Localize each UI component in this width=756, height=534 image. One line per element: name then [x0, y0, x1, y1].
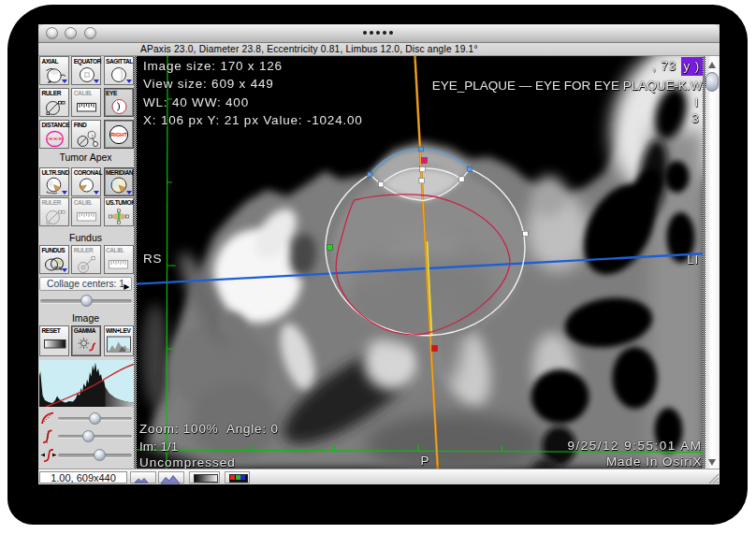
- svg-text:RIGHT: RIGHT: [110, 132, 127, 137]
